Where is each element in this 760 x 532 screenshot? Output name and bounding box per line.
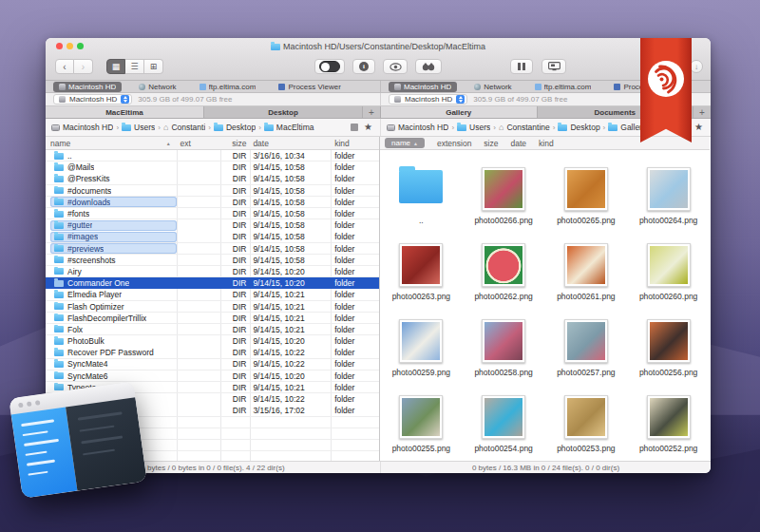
gallery-item-label: photo00258.png	[474, 368, 532, 377]
title-bar[interactable]: Macintosh HD/Users/Constantine/Desktop/M…	[46, 38, 711, 53]
breadcrumb-item-constanti[interactable]: ⌂Constanti	[163, 123, 205, 132]
photo-thumbnail	[399, 319, 443, 363]
file-name: Commander One	[50, 278, 177, 289]
folder-icon	[54, 211, 64, 218]
gallery-item-photo00263-png[interactable]: photo00263.png	[380, 230, 463, 306]
info-button[interactable]: i	[352, 59, 375, 74]
breadcrumb-item-macintosh-hd[interactable]: Macintosh HD	[387, 123, 448, 132]
dual-pane-button[interactable]	[510, 59, 533, 74]
file-row-flash-optimizer[interactable]: Flash OptimizerDIR9/14/15, 10:21folder	[46, 300, 379, 312]
file-row-mails[interactable]: @MailsDIR9/14/15, 10:58folder	[46, 162, 379, 173]
column-header-date[interactable]: date	[510, 139, 526, 148]
folder-tab-desktop[interactable]: Desktop	[204, 106, 363, 118]
file-row-previews[interactable]: #previewsDIR9/14/15, 10:58folder	[46, 243, 379, 255]
view-options-icon[interactable]	[351, 124, 358, 131]
new-tab-button[interactable]: +	[694, 106, 711, 118]
download-button[interactable]: ↓	[690, 60, 703, 73]
breadcrumb-item-maceltima[interactable]: MacEltima	[264, 123, 314, 132]
file-row-folx[interactable]: FolxDIR9/14/15, 10:21folder	[46, 324, 379, 335]
preview-button[interactable]	[383, 59, 408, 74]
file-row-elmedia-player[interactable]: Elmedia PlayerDIR9/14/15, 10:21folder	[46, 289, 379, 300]
icon-view-button[interactable]: ⊞	[144, 59, 163, 74]
session-tab-macintosh-hd[interactable]: Macintosh HD	[389, 82, 457, 92]
breadcrumb-item-macintosh-hd[interactable]: Macintosh HD	[51, 123, 113, 132]
session-tab-network[interactable]: Network	[468, 82, 517, 92]
column-header-extension[interactable]: extension	[437, 139, 471, 148]
column-header-kind[interactable]: kind	[330, 139, 379, 148]
favorite-star-icon[interactable]: ★	[694, 123, 703, 132]
list-view-button[interactable]: ☰	[125, 59, 144, 74]
gallery-item-photo00265-png[interactable]: photo00265.png	[545, 154, 628, 230]
search-button[interactable]	[415, 59, 442, 74]
file-row-fonts[interactable]: #fontsDIR9/14/15, 10:58folder	[46, 208, 379, 219]
file-row-flashdecompilertrillix[interactable]: FlashDecompilerTrillixDIR9/14/15, 10:21f…	[46, 313, 379, 324]
forward-button[interactable]: ›	[74, 59, 93, 74]
gallery-item-photo00253-png[interactable]: photo00253.png	[545, 382, 628, 458]
column-header-size[interactable]: size	[484, 139, 498, 148]
column-header-name[interactable]: name▲	[46, 139, 177, 148]
new-tab-button[interactable]: +	[363, 106, 380, 118]
folder-icon	[54, 164, 64, 171]
file-date-cell: 9/14/15, 10:58	[249, 220, 330, 230]
file-name-label: FlashDecompilerTrillix	[67, 314, 146, 323]
drive-selector[interactable]: Macintosh HD	[389, 94, 467, 104]
hidden-files-toggle-button[interactable]	[314, 59, 345, 74]
breadcrumb-item-desktop[interactable]: Desktop	[558, 123, 599, 132]
gallery-item-photo00252-png[interactable]: photo00252.png	[627, 382, 710, 458]
gallery-item-photo00256-png[interactable]: photo00256.png	[627, 306, 710, 382]
gallery-item-item[interactable]: ..	[380, 154, 463, 230]
session-tab-network[interactable]: Network	[133, 82, 181, 92]
session-tab-macintosh-hd[interactable]: Macintosh HD	[53, 82, 122, 92]
session-tab-process-viewer[interactable]: Process Viewer	[273, 82, 346, 92]
gallery-item-photo00254-png[interactable]: photo00254.png	[463, 382, 545, 458]
column-header-ext[interactable]: ext	[177, 139, 220, 148]
favorite-star-icon[interactable]: ★	[364, 123, 372, 132]
file-row-syncmate4[interactable]: SyncMate4DIR9/14/15, 10:22folder	[46, 358, 379, 370]
back-button[interactable]: ‹	[55, 59, 74, 74]
file-row-photobulk[interactable]: PhotoBulkDIR9/14/15, 10:20folder	[46, 335, 379, 347]
show-desktop-button[interactable]	[542, 59, 566, 74]
file-row-item[interactable]: ..DIR3/16/16, 10:34folder	[46, 150, 379, 162]
folder-tab-gallery[interactable]: Gallery	[381, 106, 538, 118]
file-row-presskits[interactable]: @PressKitsDIR9/14/15, 10:58folder	[46, 173, 379, 184]
photo-image	[567, 170, 605, 208]
file-row-screenshots[interactable]: #screenshotsDIR9/14/15, 10:58folder	[46, 255, 379, 266]
file-row-airy[interactable]: AiryDIR9/14/15, 10:20folder	[46, 266, 379, 277]
file-row-gutter[interactable]: #gutterDIR9/14/15, 10:58folder	[46, 219, 379, 231]
gallery-item-photo00262-png[interactable]: photo00262.png	[463, 230, 545, 306]
session-tab-ftp-eltima-com[interactable]: ftp.eltima.com	[194, 82, 262, 92]
column-header-date[interactable]: date	[249, 139, 330, 148]
file-row-downloads[interactable]: #downloadsDIR9/14/15, 10:58folder	[46, 197, 379, 208]
table-view-button[interactable]: ▦	[106, 59, 125, 74]
file-row-commander-one[interactable]: Commander OneDIR9/14/15, 10:20folder	[46, 277, 379, 289]
session-tab-ftp-eltima-com[interactable]: ftp.eltima.com	[529, 82, 598, 92]
eltima-ribbon-badge[interactable]	[640, 38, 692, 142]
gallery-item-photo00264-png[interactable]: photo00264.png	[627, 154, 710, 230]
gallery-item-photo00255-png[interactable]: photo00255.png	[380, 382, 463, 458]
gallery-item-photo00258-png[interactable]: photo00258.png	[463, 306, 545, 382]
drive-selector[interactable]: Macintosh HD	[53, 94, 132, 104]
breadcrumb-item-users[interactable]: Users	[457, 123, 490, 132]
column-header-name[interactable]: name▲	[385, 138, 425, 148]
folder-tab-maceltima[interactable]: MacEltima	[46, 106, 204, 118]
file-row-syncmate6[interactable]: SyncMate6DIR9/14/15, 10:20folder	[46, 370, 379, 382]
gallery-item-photo00260-png[interactable]: photo00260.png	[627, 230, 710, 306]
toolbar: ‹ › ▦ ☰ ⊞ i	[46, 53, 711, 80]
gallery-item-photo00257-png[interactable]: photo00257.png	[545, 306, 628, 382]
file-name-label: #documents	[67, 186, 111, 196]
drive-icon	[394, 96, 401, 103]
zoom-button[interactable]	[77, 43, 84, 49]
minimize-button[interactable]	[66, 43, 73, 49]
gallery-item-photo00259-png[interactable]: photo00259.png	[380, 306, 463, 382]
file-row-recover-pdf-password[interactable]: Recover PDF PasswordDIR9/14/15, 10:22fol…	[46, 347, 379, 358]
close-button[interactable]	[56, 43, 63, 49]
column-header-size[interactable]: size	[219, 139, 249, 148]
gallery-item-photo00261-png[interactable]: photo00261.png	[545, 230, 628, 306]
column-header-kind[interactable]: kind	[539, 139, 554, 148]
file-row-documents[interactable]: #documentsDIR9/14/15, 10:58folder	[46, 185, 379, 197]
file-row-images[interactable]: #imagesDIR9/14/15, 10:58folder	[46, 231, 379, 242]
gallery-item-photo00266-png[interactable]: photo00266.png	[463, 154, 545, 230]
breadcrumb-item-desktop[interactable]: Desktop	[214, 123, 256, 132]
breadcrumb-item-constantine[interactable]: ⌂Constantine	[499, 123, 550, 132]
breadcrumb-item-users[interactable]: Users	[122, 123, 155, 132]
